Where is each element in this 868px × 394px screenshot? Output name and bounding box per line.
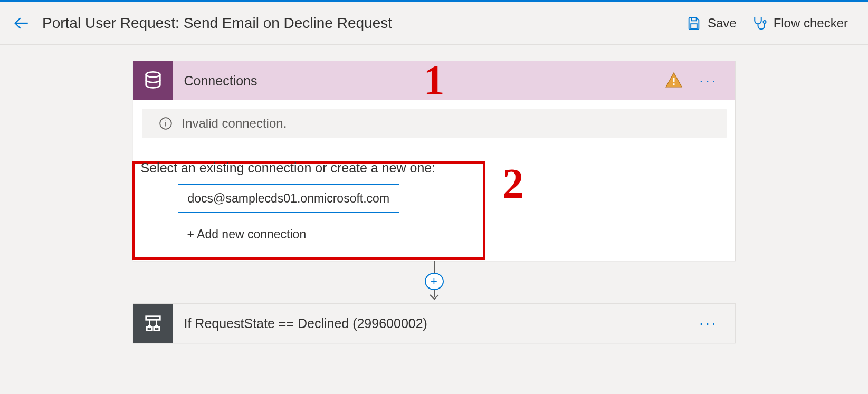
- connections-more-menu[interactable]: ···: [696, 70, 721, 91]
- svg-point-4: [146, 72, 160, 77]
- svg-rect-1: [691, 18, 696, 21]
- flow-checker-label: Flow checker: [774, 16, 848, 31]
- info-text: Invalid connection.: [182, 116, 287, 131]
- connections-card-body: 2 Select an existing connection or creat…: [133, 147, 735, 261]
- svg-rect-11: [146, 316, 160, 320]
- add-step-button[interactable]: +: [425, 273, 444, 290]
- flow-checker-button[interactable]: Flow checker: [744, 12, 855, 34]
- condition-more-menu[interactable]: ···: [696, 313, 721, 334]
- flow-canvas: 1 Connections ···: [0, 45, 868, 375]
- connections-card: 1 Connections ···: [133, 61, 736, 261]
- arrow-left-icon: [12, 14, 30, 32]
- svg-rect-6: [673, 83, 675, 85]
- header-bar: Portal User Request: Send Email on Decli…: [0, 2, 868, 45]
- condition-icon: [133, 304, 173, 343]
- connections-title: Connections: [184, 73, 257, 89]
- svg-rect-2: [691, 24, 697, 28]
- condition-card-header[interactable]: If RequestState == Declined (299600002) …: [133, 304, 735, 343]
- save-icon: [686, 16, 701, 31]
- svg-rect-5: [673, 78, 675, 82]
- condition-title: If RequestState == Declined (299600002): [184, 316, 427, 331]
- save-label: Save: [708, 16, 737, 31]
- invalid-connection-banner: Invalid connection.: [142, 109, 727, 138]
- info-icon: [159, 117, 173, 130]
- page-title: Portal User Request: Send Email on Decli…: [42, 15, 392, 32]
- add-new-connection-link[interactable]: + Add new connection: [187, 227, 307, 242]
- database-icon: [133, 61, 173, 100]
- connector-line: [434, 261, 435, 273]
- plus-icon: +: [431, 275, 437, 289]
- arrow-down-icon: [429, 294, 440, 303]
- connector: +: [133, 261, 735, 303]
- save-button[interactable]: Save: [679, 13, 744, 34]
- existing-connection-option[interactable]: docs@samplecds01.onmicrosoft.com: [178, 184, 400, 213]
- condition-card: If RequestState == Declined (299600002) …: [133, 303, 736, 343]
- svg-point-3: [763, 21, 766, 23]
- stethoscope-icon: [751, 15, 767, 31]
- select-connection-label: Select an existing connection or create …: [141, 160, 728, 176]
- warning-icon: [664, 71, 683, 90]
- connections-card-header[interactable]: Connections ···: [133, 61, 735, 100]
- back-button[interactable]: [9, 12, 33, 35]
